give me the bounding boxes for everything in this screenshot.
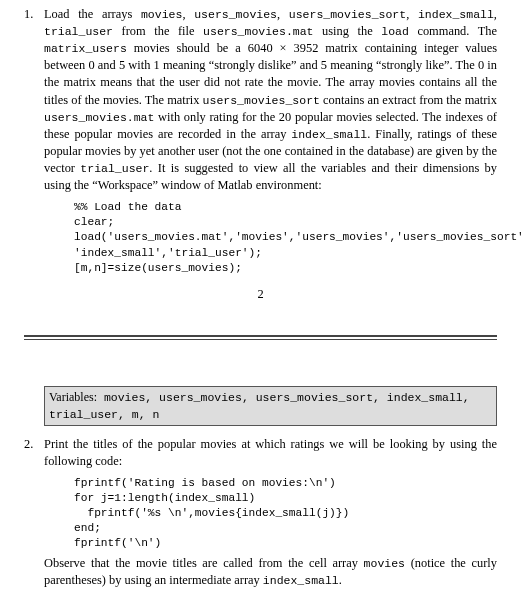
code-inline: index_small [263, 574, 339, 587]
text: , [277, 7, 289, 21]
variables-box-wrapper: Variables: movies, users_movies, users_m… [44, 386, 497, 436]
code-inline: users_movies [194, 8, 277, 21]
code-inline: trial_user [80, 162, 149, 175]
text: , [182, 7, 194, 21]
ordered-list-cont: 2. Print the titles of the popular movie… [24, 436, 497, 598]
code-block-print: fprintf('Rating is based on movies:\n') … [74, 476, 497, 552]
divider-thin [24, 339, 497, 340]
text: , [494, 7, 497, 21]
text: , [406, 7, 418, 21]
code-inline: index_small [418, 8, 494, 21]
text: using the [314, 24, 382, 38]
variables-label: Variables: [49, 390, 97, 404]
code-inline: index_small [291, 128, 367, 141]
divider-thick [24, 335, 497, 337]
code-inline: users_movies_sort [203, 94, 320, 107]
text: contains an extract from the matrix [320, 93, 497, 107]
code-block-load: %% Load the data clear; load('users_movi… [74, 200, 497, 276]
text: command. The [409, 24, 497, 38]
text: Observe that the movie titles are called… [44, 556, 364, 570]
variables-box: Variables: movies, users_movies, users_m… [44, 386, 497, 426]
item-2-paragraph-2: Observe that the movie titles are called… [44, 555, 497, 589]
list-item-1: 1. Load the arrays movies, users_movies,… [24, 6, 497, 276]
code-inline: matrix_users [44, 42, 127, 55]
page-number: 2 [24, 286, 497, 303]
code-inline: users_movies_sort [289, 8, 406, 21]
variables-list: movies, users_movies, users_movies_sort,… [49, 391, 470, 421]
code-inline: users_movies.mat [203, 25, 313, 38]
item-1-paragraph: Load the arrays movies, users_movies, us… [44, 6, 497, 194]
code-inline: trial_user [44, 25, 113, 38]
list-item-2: 2. Print the titles of the popular movie… [24, 436, 497, 590]
item-number: 2. [24, 436, 33, 453]
text: from the file [113, 24, 203, 38]
item-number: 1. [24, 6, 33, 23]
code-inline: movies [141, 8, 182, 21]
ordered-list: 1. Load the arrays movies, users_movies,… [24, 6, 497, 276]
text: Load the arrays [44, 7, 141, 21]
item-2-paragraph-1: Print the titles of the popular movies a… [44, 436, 497, 470]
code-inline: movies [364, 557, 405, 570]
document-page: 1. Load the arrays movies, users_movies,… [0, 0, 521, 598]
text: . [339, 573, 342, 587]
code-inline: load [381, 25, 409, 38]
code-inline: users_movies.mat [44, 111, 154, 124]
